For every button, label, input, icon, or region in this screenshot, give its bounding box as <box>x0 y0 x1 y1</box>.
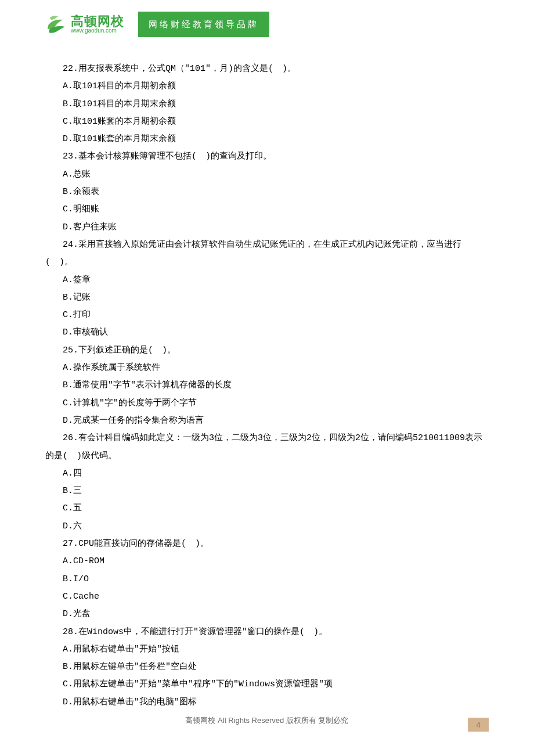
question-option: B.用鼠标左键单击"任务栏"空白处 <box>45 658 489 676</box>
footer-brand: 高顿网校 <box>185 716 215 725</box>
question-option: C.计算机"字"的长度等于两个字节 <box>45 395 489 412</box>
page-number: 4 <box>468 718 489 732</box>
question-stem: 22.用友报表系统中，公式QM（"101"，月)的含义是( )。 <box>45 60 489 78</box>
brand-logo: 高顿网校 www.gaodun.com <box>45 12 124 37</box>
brand-name-en: www.gaodun.com <box>71 28 124 34</box>
leaf-book-icon <box>45 13 68 36</box>
question-option: C.五 <box>45 500 489 517</box>
question-option: A.签章 <box>45 272 489 289</box>
brand-name-cn: 高顿网校 <box>71 15 124 28</box>
question-option: C.打印 <box>45 307 489 324</box>
question-option: B.取101科目的本月期末余额 <box>45 96 489 113</box>
question-stem: 25.下列叙述正确的是( )。 <box>45 342 489 359</box>
question-option: A.总账 <box>45 166 489 183</box>
question-stem: 26.有会计科目编码如此定义：一级为3位，二级为3位，三级为2位，四级为2位，请… <box>45 430 489 465</box>
question-option: A.四 <box>45 465 489 483</box>
question-stem: 24.采用直接输入原始凭证由会计核算软件自动生成记账凭证的，在生成正式机内记账凭… <box>45 236 489 272</box>
question-option: A.CD-ROM <box>45 553 489 570</box>
question-option: C.明细账 <box>45 201 489 218</box>
question-option: C.Cache <box>45 588 489 606</box>
footer-rights: All Rights Reserved <box>215 716 286 725</box>
question-option: B.三 <box>45 483 489 500</box>
question-option: B.通常使用"字节"表示计算机存储器的长度 <box>45 377 489 394</box>
document-body: 22.用友报表系统中，公式QM（"101"，月)的含义是( )。A.取101科目… <box>45 60 489 711</box>
question-option: D.用鼠标右键单击"我的电脑"图标 <box>45 694 489 711</box>
question-stem: 23.基本会计核算账簿管理不包括( )的查询及打印。 <box>45 148 489 165</box>
question-option: D.取101账套的本月期末余额 <box>45 131 489 148</box>
question-option: D.光盘 <box>45 606 489 623</box>
question-option: B.I/O <box>45 571 489 588</box>
question-option: D.完成某一任务的指令集合称为语言 <box>45 412 489 430</box>
question-option: C.用鼠标左键单击"开始"菜单中"程序"下的"Windows资源管理器"项 <box>45 676 489 693</box>
question-option: D.审核确认 <box>45 324 489 341</box>
brand-tagline: 网络财经教育领导品牌 <box>138 12 269 37</box>
footer-copy: 版权所有 复制必究 <box>286 716 349 725</box>
page-header: 高顿网校 www.gaodun.com 网络财经教育领导品牌 <box>45 12 269 37</box>
question-option: C.取101账套的本月期初余额 <box>45 113 489 131</box>
question-option: D.客户往来账 <box>45 219 489 236</box>
question-option: D.六 <box>45 518 489 535</box>
page-footer: 高顿网校 All Rights Reserved 版权所有 复制必究 <box>0 715 534 726</box>
question-stem: 27.CPU能直接访问的存储器是( )。 <box>45 535 489 553</box>
question-option: A.取101科目的本月期初余额 <box>45 78 489 95</box>
question-option: A.用鼠标右键单击"开始"按钮 <box>45 641 489 658</box>
question-option: B.记账 <box>45 289 489 307</box>
question-stem: 28.在Windows中，不能进行打开"资源管理器"窗口的操作是( )。 <box>45 624 489 641</box>
question-option: B.余额表 <box>45 183 489 201</box>
question-option: A.操作系统属于系统软件 <box>45 359 489 377</box>
